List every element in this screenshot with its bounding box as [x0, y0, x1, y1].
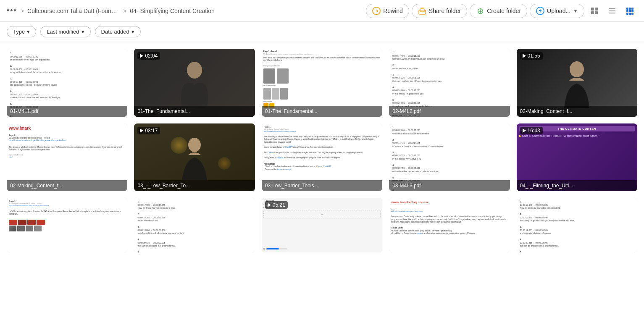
create-folder-button[interactable]: ⊕ Create folder	[470, 4, 527, 18]
rewind-button[interactable]: Rewind	[366, 4, 409, 18]
svg-rect-9	[609, 10, 615, 11]
upload-dropdown-arrow[interactable]: ▼	[573, 8, 578, 14]
card-label: 01-M4L1.pdf	[7, 106, 127, 117]
date-added-arrow: ▾	[131, 29, 134, 35]
doc-preview: www.imarketing.course Page 1 https://cou…	[389, 198, 510, 252]
card-label: 03-M4L3.pdf	[389, 180, 510, 191]
date-added-label: Date added	[101, 29, 129, 35]
card-label: 02-Making_Content_f...	[7, 180, 127, 191]
card-label: 02-Making_Content_f...	[517, 106, 637, 117]
svg-rect-10	[609, 13, 615, 13]
card-thumbnail: - Logos (0) - Colors (0) Color palette ✓…	[262, 198, 382, 252]
toolbar: ••• > Cultcourse.com Talia Datt (Foundr.…	[0, 0, 644, 22]
breadcrumb-item-2[interactable]: 04- Simplifying Content Creation	[130, 8, 215, 14]
upload-icon	[536, 7, 544, 15]
image-view-button[interactable]	[587, 3, 602, 18]
card-label: 01-The_Fundamental...	[134, 106, 255, 117]
svg-point-22	[188, 138, 201, 152]
list-item[interactable]: 1. 00:00:17.005 → 00:00:17.545 Now, we k…	[134, 198, 255, 252]
share-folder-button[interactable]: Share folder	[412, 4, 467, 18]
card-label: 02-M4L2.pdf	[389, 106, 510, 117]
svg-rect-15	[629, 10, 631, 12]
svg-rect-16	[631, 10, 633, 12]
card-thumbnail: 1. 00:00:17.005 → 00:00:17.545 Now, we k…	[134, 198, 255, 252]
card-thumbnail: www.imarketing.course Page 1 https://cou…	[389, 198, 510, 252]
svg-point-20	[187, 62, 202, 79]
list-item[interactable]: 1. 00:00:12.005 → 00:00:15.321 of dimens…	[7, 49, 127, 117]
breadcrumb-item-1[interactable]: Cultcourse.com Talia Datt (Foundr...	[27, 8, 120, 14]
last-modified-filter-button[interactable]: Last modified ▾	[40, 26, 90, 37]
list-item[interactable]: 02:04 01-The_Fundamental...	[134, 49, 255, 117]
svg-rect-7	[595, 11, 598, 14]
svg-rect-6	[591, 11, 594, 14]
share-folder-label: Share folder	[429, 8, 461, 14]
list-item[interactable]: 01:55 02-Making_Content_f...	[517, 49, 637, 117]
last-modified-label: Last modified	[47, 29, 79, 35]
upload-label: Upload...	[547, 8, 570, 14]
play-icon	[523, 129, 526, 133]
list-item[interactable]: Page 1 03-Low Barrier Content Tools - Fo…	[262, 123, 382, 192]
video-duration: 03:17	[137, 127, 160, 134]
list-item[interactable]: www.imarketing.course Page 1 https://cou…	[389, 198, 510, 252]
svg-rect-18	[629, 13, 631, 15]
card-thumbnail: Page 1 04-Filming the Ultimate Piece of …	[7, 198, 127, 252]
svg-rect-19	[631, 13, 633, 15]
rewind-label: Rewind	[383, 8, 403, 14]
svg-point-21	[570, 61, 584, 77]
svg-rect-17	[626, 13, 628, 15]
share-icon	[418, 7, 426, 15]
toolbar-actions: Rewind Share folder ⊕ Create folder	[366, 3, 637, 18]
create-folder-label: Create folder	[487, 8, 521, 14]
list-view-button[interactable]	[605, 3, 620, 18]
breadcrumb-chevron-2: >	[123, 8, 126, 14]
play-icon	[140, 129, 143, 133]
list-item[interactable]: Page 1 04-Filming the Ultimate Piece of …	[7, 198, 127, 252]
card-label: 03-Low_Barrier_Tools...	[262, 180, 382, 191]
grid-view-button[interactable]	[622, 3, 637, 18]
play-icon	[268, 203, 271, 207]
video-duration: 05:21	[265, 201, 288, 209]
svg-rect-13	[631, 8, 633, 10]
list-item[interactable]: 1. 00:00:07.005 → 00:00:10.005 w utilize…	[389, 123, 510, 192]
svg-rect-14	[626, 10, 628, 12]
list-item[interactable]: 03:17 03_-_Low_Barrier_To...	[134, 123, 255, 192]
list-item[interactable]: Page 1 - Foundr The Digital Bureau to co…	[262, 49, 382, 117]
list-item[interactable]: - Logos (0) - Colors (0) Color palette ✓…	[262, 198, 382, 252]
svg-rect-4	[591, 8, 594, 10]
svg-rect-11	[626, 8, 628, 10]
video-duration: 16:43	[520, 127, 543, 134]
create-icon: ⊕	[476, 7, 484, 15]
rewind-icon	[372, 7, 381, 15]
doc-preview: 1. 00:00:17.005 → 00:00:17.545 Now, we k…	[134, 198, 255, 252]
svg-rect-5	[595, 8, 598, 10]
files-grid: 1. 00:00:12.005 → 00:00:15.321 of dimens…	[0, 42, 644, 259]
type-filter-arrow: ▾	[27, 29, 30, 35]
type-filter-button[interactable]: Type ▾	[7, 26, 36, 37]
date-added-filter-button[interactable]: Date added ▾	[95, 26, 141, 37]
filter-bar: Type ▾ Last modified ▾ Date added ▾	[0, 22, 644, 42]
svg-rect-8	[609, 8, 615, 9]
card-label: 01-The_Fundamental...	[262, 106, 382, 117]
card-thumbnail: 1. 00:00:12.545 → 00:00:15.005 Now, let …	[517, 198, 637, 252]
list-item[interactable]: www.imark Page 1 02-Making Content for S…	[7, 123, 127, 192]
doc-preview: Page 1 04-Filming the Ultimate Piece of …	[7, 198, 127, 252]
video-duration: 01:55	[520, 52, 543, 60]
list-item[interactable]: 1. 00:00:12.545 → 00:00:15.005 Now, let …	[517, 198, 637, 252]
more-options-icon[interactable]: •••	[7, 6, 17, 15]
video-duration: 02:04	[137, 52, 160, 60]
card-label: 03_-_Low_Barrier_To...	[134, 180, 255, 191]
list-item[interactable]: 1. 00:00:14.400 → 00:00:16.001 ultimatel…	[389, 49, 510, 117]
last-modified-arrow: ▾	[81, 29, 84, 35]
play-icon	[523, 54, 526, 58]
play-icon	[140, 54, 143, 58]
list-item[interactable]: THE ULTIMATE CONTEN ▶ Shot 6: Showcase t…	[517, 123, 637, 192]
card-label: 04_-_Filming_the_Ulti...	[517, 180, 637, 191]
type-filter-label: Type	[13, 29, 25, 35]
breadcrumb-chevron-1: >	[21, 8, 24, 14]
doc-preview: 1. 00:00:12.545 → 00:00:15.005 Now, let …	[517, 198, 637, 252]
svg-rect-12	[629, 8, 631, 10]
upload-button[interactable]: Upload... ▼	[530, 4, 584, 18]
